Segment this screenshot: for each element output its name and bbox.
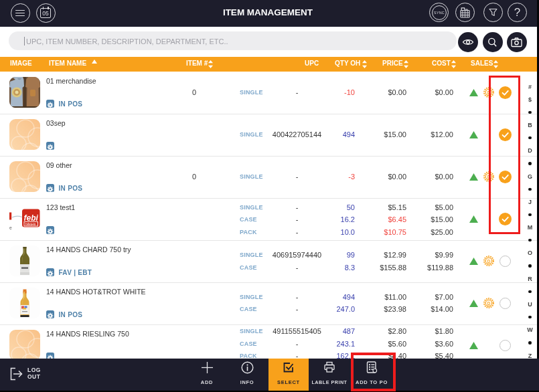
svg-text:D: D (487, 259, 491, 264)
svg-text:D: D (487, 301, 491, 306)
svg-text:SYNC: SYNC (434, 10, 445, 14)
svg-text:bilstein: bilstein (25, 222, 36, 226)
svg-text:e: e (9, 225, 12, 229)
svg-text:febi: febi (24, 213, 39, 223)
